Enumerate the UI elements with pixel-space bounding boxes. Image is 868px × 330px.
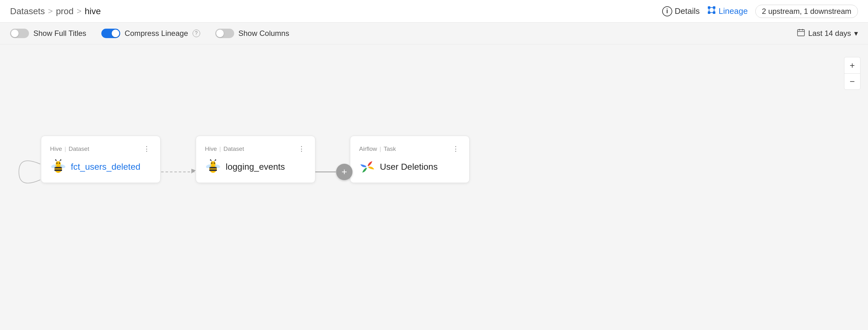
- add-connection-button[interactable]: +: [336, 164, 352, 180]
- node3-entity-type: Task: [384, 146, 396, 152]
- calendar-icon: [797, 28, 805, 38]
- node1-header: Hive | Dataset ⋮: [50, 144, 151, 154]
- details-button[interactable]: i Details: [662, 6, 700, 17]
- node3-body: User Deletions: [359, 159, 460, 175]
- arrow-svg: [0, 44, 868, 330]
- svg-rect-19: [55, 167, 62, 169]
- svg-rect-0: [708, 6, 710, 9]
- svg-point-27: [60, 159, 61, 160]
- svg-point-38: [210, 159, 211, 160]
- breadcrumb-prod[interactable]: prod: [56, 6, 74, 17]
- toolbar-left: Show Full Titles Compress Lineage ? Show…: [10, 29, 289, 38]
- svg-rect-2: [708, 11, 710, 14]
- breadcrumb-sep1: >: [48, 6, 53, 16]
- breadcrumb-sep2: >: [77, 6, 82, 16]
- zoom-in-icon: +: [850, 60, 855, 70]
- svg-point-22: [56, 162, 58, 164]
- node1-type: Hive | Dataset: [50, 146, 89, 152]
- toolbar: Show Full Titles Compress Lineage ? Show…: [0, 23, 868, 44]
- svg-rect-8: [798, 30, 804, 36]
- compress-lineage-help-icon[interactable]: ?: [193, 30, 200, 37]
- show-columns-group: Show Columns: [215, 29, 289, 38]
- node2-type: Hive | Dataset: [205, 146, 244, 152]
- svg-point-39: [215, 159, 216, 160]
- node2-name: logging_events: [226, 162, 285, 172]
- date-filter-chevron: ▾: [854, 29, 858, 38]
- info-icon: i: [662, 6, 672, 17]
- svg-point-34: [211, 162, 212, 164]
- node3-header: Airflow | Task ⋮: [359, 144, 460, 154]
- node1-platform: Hive: [50, 146, 62, 152]
- node2-body: logging_events: [205, 159, 306, 175]
- svg-rect-20: [55, 170, 62, 171]
- node3-type: Airflow | Task: [359, 146, 396, 152]
- node-fct-users-deleted[interactable]: Hive | Dataset ⋮: [41, 136, 160, 183]
- svg-point-44: [366, 166, 369, 168]
- svg-rect-32: [209, 170, 217, 171]
- svg-marker-15: [191, 169, 196, 174]
- node2-header: Hive | Dataset ⋮: [205, 144, 306, 154]
- node2-platform: Hive: [205, 146, 217, 152]
- show-columns-toggle[interactable]: [215, 29, 234, 38]
- zoom-out-icon: −: [850, 77, 855, 87]
- lineage-button[interactable]: Lineage: [707, 6, 748, 17]
- upstream-downstream-badge[interactable]: 2 upstream, 1 downstream: [755, 5, 858, 18]
- node1-more-menu[interactable]: ⋮: [142, 144, 151, 154]
- airflow-pinwheel-icon: [359, 159, 375, 175]
- node2-sep: |: [219, 146, 221, 152]
- svg-point-26: [55, 159, 56, 160]
- lineage-canvas: Hive | Dataset ⋮: [0, 44, 868, 330]
- compress-lineage-label: Compress Lineage: [125, 29, 188, 38]
- header-right: i Details Lineage 2 upstream, 1 d: [662, 5, 858, 18]
- node1-sep: |: [64, 146, 66, 152]
- zoom-out-button[interactable]: −: [844, 73, 861, 90]
- compress-lineage-group: Compress Lineage ?: [101, 29, 200, 38]
- node3-sep: |: [379, 146, 381, 152]
- zoom-in-button[interactable]: +: [844, 57, 861, 73]
- node2-more-menu[interactable]: ⋮: [297, 144, 306, 154]
- date-filter-label: Last 14 days: [808, 29, 851, 38]
- node3-platform: Airflow: [359, 146, 377, 152]
- svg-rect-3: [713, 11, 715, 14]
- svg-point-35: [214, 162, 215, 164]
- hive-bee-icon-2: [205, 159, 221, 175]
- header: Datasets > prod > hive i Details: [0, 0, 868, 23]
- hive-bee-icon: [50, 159, 66, 175]
- date-filter[interactable]: Last 14 days ▾: [797, 28, 858, 38]
- details-label: Details: [675, 6, 700, 16]
- node1-body: fct_users_deleted: [50, 159, 151, 175]
- zoom-controls: + −: [844, 57, 861, 90]
- lineage-icon: [707, 6, 716, 17]
- node2-entity-type: Dataset: [223, 146, 244, 152]
- svg-rect-31: [209, 167, 217, 169]
- show-full-titles-toggle[interactable]: [10, 29, 29, 38]
- show-full-titles-group: Show Full Titles: [10, 29, 86, 38]
- breadcrumb-datasets[interactable]: Datasets: [10, 6, 45, 17]
- lineage-label: Lineage: [718, 6, 748, 16]
- breadcrumb: Datasets > prod > hive: [10, 6, 101, 17]
- svg-point-23: [59, 162, 60, 164]
- node-logging-events[interactable]: Hive | Dataset ⋮ logging_events: [196, 136, 315, 183]
- node3-more-menu[interactable]: ⋮: [451, 144, 460, 154]
- connections-svg: [0, 44, 868, 330]
- svg-rect-1: [713, 6, 715, 9]
- show-columns-label: Show Columns: [239, 29, 289, 38]
- upstream-label: 2 upstream, 1 downstream: [762, 7, 851, 16]
- node3-name: User Deletions: [380, 162, 438, 172]
- breadcrumb-current[interactable]: hive: [85, 6, 101, 17]
- node1-entity-type: Dataset: [69, 146, 89, 152]
- compress-lineage-toggle[interactable]: [101, 29, 120, 38]
- plus-icon: +: [341, 167, 347, 177]
- node-user-deletions[interactable]: Airflow | Task ⋮ User Deletions: [350, 136, 470, 183]
- show-full-titles-label: Show Full Titles: [33, 29, 86, 38]
- node1-name: fct_users_deleted: [71, 162, 141, 172]
